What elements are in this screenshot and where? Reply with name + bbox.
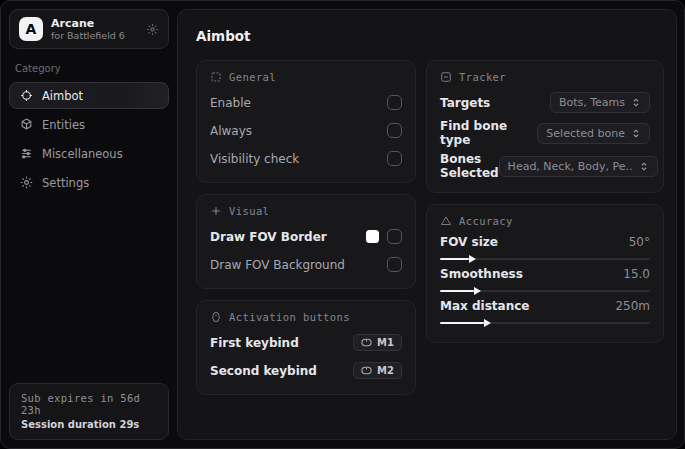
setting-row-always: Always — [210, 119, 402, 142]
setting-label: Always — [210, 124, 252, 138]
chevrons-up-down-icon — [631, 97, 641, 108]
category-label: Category — [15, 63, 163, 74]
slider-fill — [440, 290, 474, 292]
setting-label: Draw FOV Background — [210, 258, 345, 272]
setting-label: Visibility check — [210, 152, 299, 166]
setting-row-draw-fov-background: Draw FOV Background — [210, 253, 402, 276]
setting-row-draw-fov-border: Draw FOV Border — [210, 225, 402, 248]
general-panel: General Enable Always Visibility check — [196, 60, 416, 183]
fov-size-slider[interactable] — [440, 258, 650, 260]
keybind-value: M2 — [377, 365, 394, 376]
box-minus-icon — [440, 71, 452, 83]
sidebar-item-label: Miscellaneous — [42, 147, 123, 161]
app-window: A Arcane for Battlefield 6 Category Aimb… — [0, 0, 685, 449]
slider-label: Smoothness — [440, 267, 523, 281]
setting-label: Bones Selected — [440, 152, 499, 180]
draw-fov-background-checkbox[interactable] — [387, 257, 402, 272]
tracker-panel: Tracker Targets Bots, Teams — [426, 60, 664, 193]
keybind-value: M1 — [377, 337, 394, 348]
panel-title: Activation buttons — [229, 311, 350, 323]
gear-icon — [20, 176, 33, 189]
sidebar-item-aimbot[interactable]: Aimbot — [9, 82, 169, 109]
mouse-icon — [361, 366, 372, 375]
entities-icon — [20, 118, 33, 131]
grid-icon — [210, 71, 222, 83]
slider-thumb[interactable] — [484, 319, 491, 327]
dropdown-value: Head, Neck, Body, Pe.. — [508, 160, 633, 173]
slider-value: 250m — [615, 299, 650, 313]
setting-row-first-keybind: First keybind M1 — [210, 331, 402, 354]
slider-group-max-distance: Max distance 250m — [440, 299, 650, 324]
slider-label: Max distance — [440, 299, 529, 313]
sidebar-item-settings[interactable]: Settings — [9, 169, 169, 196]
app-subtitle: for Battlefield 6 — [51, 30, 138, 41]
activation-buttons-panel: Activation buttons First keybind M1 — [196, 300, 416, 395]
sidebar-item-label: Aimbot — [42, 89, 83, 103]
setting-row-enable: Enable — [210, 91, 402, 114]
setting-label: First keybind — [210, 336, 299, 350]
slider-fill — [440, 258, 469, 260]
slider-thumb[interactable] — [469, 255, 476, 263]
panel-title: General — [229, 71, 276, 83]
setting-label: Enable — [210, 96, 251, 110]
page-title: Aimbot — [196, 28, 664, 44]
subscription-card: Sub expires in 56d 23h Session duration … — [9, 383, 169, 440]
chevrons-up-down-icon — [631, 128, 641, 139]
setting-row-targets: Targets Bots, Teams — [440, 91, 650, 114]
mouse-icon — [210, 311, 222, 323]
targets-dropdown[interactable]: Bots, Teams — [550, 92, 650, 113]
panel-title: Tracker — [459, 71, 506, 83]
setting-row-visibility-check: Visibility check — [210, 147, 402, 170]
chevrons-up-down-icon — [639, 161, 649, 172]
app-name: Arcane — [51, 18, 138, 30]
panel-title: Visual — [229, 205, 269, 217]
mouse-icon — [361, 338, 372, 347]
setting-row-second-keybind: Second keybind M2 — [210, 359, 402, 382]
keybind-button-m2[interactable]: M2 — [353, 362, 402, 379]
slider-value: 50° — [629, 235, 650, 249]
sidebar-item-label: Settings — [42, 176, 89, 190]
find-bone-type-dropdown[interactable]: Selected bone — [537, 123, 650, 144]
dropdown-value: Bots, Teams — [559, 96, 625, 109]
gear-icon[interactable] — [146, 23, 159, 36]
session-duration-text: Session duration 29s — [21, 419, 157, 430]
sidebar: A Arcane for Battlefield 6 Category Aimb… — [1, 1, 177, 448]
plus-crosshair-icon — [210, 205, 222, 217]
main-content: Aimbot General Enable — [177, 9, 677, 440]
crosshair-icon — [20, 89, 33, 102]
setting-label: Draw FOV Border — [210, 230, 327, 244]
keybind-button-m1[interactable]: M1 — [353, 334, 402, 351]
panel-title: Accuracy — [459, 215, 513, 227]
setting-label: Targets — [440, 96, 490, 110]
app-logo: A — [19, 17, 43, 41]
triangle-icon — [440, 215, 452, 227]
slider-group-fov-size: FOV size 50° — [440, 235, 650, 260]
sidebar-item-miscellaneous[interactable]: Miscellaneous — [9, 140, 169, 167]
visual-panel: Visual Draw FOV Border Draw FOV Backgrou… — [196, 194, 416, 289]
sidebar-item-label: Entities — [42, 118, 85, 132]
slider-value: 15.0 — [623, 267, 650, 281]
accuracy-panel: Accuracy FOV size 50° — [426, 204, 664, 343]
setting-row-bones-selected: Bones Selected Head, Neck, Body, Pe.. — [440, 152, 650, 180]
setting-label: Find bone type — [440, 119, 537, 147]
dropdown-value: Selected bone — [546, 127, 625, 140]
setting-row-find-bone-type: Find bone type Selected bone — [440, 119, 650, 147]
app-header-card: A Arcane for Battlefield 6 — [9, 9, 169, 49]
visibility-check-checkbox[interactable] — [387, 151, 402, 166]
smoothness-slider[interactable] — [440, 290, 650, 292]
bones-selected-dropdown[interactable]: Head, Neck, Body, Pe.. — [499, 156, 658, 177]
enable-checkbox[interactable] — [387, 95, 402, 110]
sliders-icon — [20, 147, 33, 160]
slider-group-smoothness: Smoothness 15.0 — [440, 267, 650, 292]
max-distance-slider[interactable] — [440, 322, 650, 324]
slider-fill — [440, 322, 484, 324]
slider-label: FOV size — [440, 235, 498, 249]
setting-label: Second keybind — [210, 364, 317, 378]
sub-expires-text: Sub expires in 56d 23h — [21, 392, 157, 416]
always-checkbox[interactable] — [387, 123, 402, 138]
sidebar-item-entities[interactable]: Entities — [9, 111, 169, 138]
slider-thumb[interactable] — [474, 287, 481, 295]
color-swatch[interactable] — [366, 230, 379, 243]
draw-fov-border-checkbox[interactable] — [387, 229, 402, 244]
